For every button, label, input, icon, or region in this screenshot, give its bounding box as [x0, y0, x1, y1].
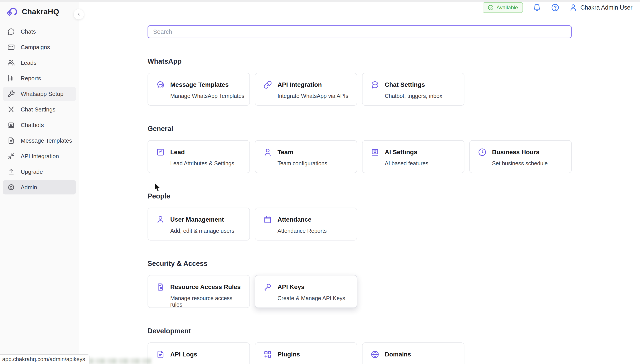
- card-api-keys[interactable]: API Keys Create & Manage API Keys: [255, 275, 357, 308]
- section-title: People: [148, 192, 572, 200]
- sidebar-item-leads[interactable]: Leads: [3, 56, 76, 70]
- sidebar-item-reports[interactable]: Reports: [3, 71, 76, 86]
- sidebar-item-chats[interactable]: Chats: [3, 24, 76, 39]
- section-title: Development: [148, 327, 572, 335]
- bell-icon: [533, 3, 541, 12]
- file-user-icon: [156, 282, 165, 292]
- card-title: API Keys: [278, 282, 345, 292]
- check-circle-icon: [488, 4, 494, 11]
- envelope-icon: [7, 44, 15, 51]
- browser-top-edge: [0, 0, 640, 2]
- card-subtitle: Set business schedule: [492, 160, 548, 167]
- card-plugins[interactable]: Plugins: [255, 342, 357, 364]
- wrench-icon: [7, 90, 15, 98]
- arrows-inward-icon: [7, 152, 15, 160]
- sidebar-item-api-integration[interactable]: API Integration: [3, 149, 76, 163]
- robot-face-icon: [370, 148, 380, 157]
- mouse-cursor: [154, 182, 164, 194]
- app-title: ChakraHQ: [22, 7, 59, 16]
- card-title: Plugins: [278, 350, 300, 359]
- section-whatsapp: WhatsApp Message Templates Manage WhatsA…: [148, 58, 572, 106]
- sidebar-item-upgrade[interactable]: Upgrade: [3, 165, 76, 179]
- section-title: General: [148, 125, 572, 133]
- card-subtitle: Chatbot, triggers, inbox: [385, 93, 442, 99]
- card-team[interactable]: Team Team configurations: [255, 140, 357, 173]
- card-user-management[interactable]: User Management Add, edit & manage users: [148, 208, 250, 240]
- card-subtitle: Manage WhatsApp Templates: [170, 93, 244, 99]
- sidebar-item-chat-settings[interactable]: Chat Settings: [3, 102, 76, 116]
- bot-icon: [7, 121, 15, 129]
- card-grid: User Management Add, edit & manage users…: [148, 208, 572, 240]
- card-title: Chat Settings: [385, 80, 442, 89]
- card-title: Resource Access Rules: [170, 282, 245, 292]
- help-circle-icon: [551, 3, 560, 12]
- sidebar: ChakraHQ Chats Campaigns Leads Reports W…: [0, 2, 79, 364]
- blurred-overlay: [89, 358, 152, 364]
- users-icon: [7, 59, 15, 66]
- top-bar: Available Chakra Admin User: [79, 2, 640, 13]
- chakrahq-logo-icon: [6, 5, 19, 18]
- sidebar-collapse-button[interactable]: [74, 9, 84, 20]
- globe-icon: [370, 350, 380, 359]
- section-security-access: Security & Access Resource Access Rules …: [148, 260, 572, 308]
- card-title: Attendance: [278, 215, 327, 224]
- card-title: API Logs: [170, 350, 197, 359]
- card-lead[interactable]: Lead Lead Attributes & Settings: [148, 140, 250, 173]
- sidebar-item-label: Chats: [21, 28, 36, 35]
- section-development: Development API Logs: [148, 327, 572, 364]
- upload-icon: [7, 168, 15, 176]
- card-subtitle: Integrate WhatsApp via APIs: [278, 93, 348, 99]
- sidebar-item-label: Leads: [21, 60, 36, 66]
- clock-icon: [478, 148, 487, 157]
- file-icon: [7, 137, 15, 144]
- section-title: Security & Access: [148, 260, 572, 268]
- card-domains[interactable]: Domains: [362, 342, 464, 364]
- card-ai-settings[interactable]: AI Settings AI based features: [362, 140, 464, 173]
- help-button[interactable]: [551, 3, 560, 12]
- user-name: Chakra Admin User: [580, 4, 632, 11]
- card-grid: Resource Access Rules Manage resource ac…: [148, 275, 572, 308]
- section-title: WhatsApp: [148, 58, 572, 66]
- card-subtitle: AI based features: [385, 160, 428, 167]
- card-subtitle: Team configurations: [278, 160, 327, 167]
- lead-card-icon: [156, 148, 165, 157]
- user-icon: [569, 4, 577, 12]
- card-title: Team: [278, 148, 327, 157]
- card-subtitle: Create & Manage API Keys: [278, 295, 345, 302]
- link-icon: [263, 80, 272, 89]
- admin-dashboard: WhatsApp Message Templates Manage WhatsA…: [148, 13, 572, 364]
- card-subtitle: Add, edit & manage users: [170, 228, 234, 234]
- person-icon: [156, 215, 165, 224]
- availability-label: Available: [496, 4, 518, 11]
- sidebar-item-whatsapp-setup[interactable]: Whatsapp Setup: [3, 87, 76, 101]
- card-resource-access-rules[interactable]: Resource Access Rules Manage resource ac…: [148, 275, 250, 308]
- sidebar-item-label: Admin: [21, 184, 37, 191]
- chat-dots-icon: [370, 80, 380, 89]
- search-input[interactable]: [148, 25, 572, 38]
- card-title: User Management: [170, 215, 234, 224]
- sidebar-item-label: API Integration: [21, 153, 59, 160]
- sidebar-item-message-templates[interactable]: Message Templates: [3, 134, 76, 148]
- card-attendance[interactable]: Attendance Attendance Reports: [255, 208, 357, 240]
- card-business-hours[interactable]: Business Hours Set business schedule: [469, 140, 572, 173]
- card-title: Lead: [170, 148, 234, 157]
- card-message-templates[interactable]: Message Templates Manage WhatsApp Templa…: [148, 73, 250, 106]
- card-api-integration[interactable]: API Integration Integrate WhatsApp via A…: [255, 73, 357, 106]
- grid-plus-icon: [263, 350, 272, 359]
- gear-icon: [7, 184, 15, 191]
- card-grid: Lead Lead Attributes & Settings Team Tea…: [148, 140, 572, 173]
- availability-badge[interactable]: Available: [483, 2, 523, 13]
- card-chat-settings[interactable]: Chat Settings Chatbot, triggers, inbox: [362, 73, 464, 106]
- card-api-logs[interactable]: API Logs: [148, 342, 250, 364]
- card-grid: API Logs Plugins: [148, 342, 572, 364]
- sidebar-item-label: Whatsapp Setup: [21, 90, 64, 98]
- user-menu[interactable]: Chakra Admin User: [569, 4, 632, 12]
- sidebar-item-admin[interactable]: Admin: [3, 180, 76, 194]
- calendar-icon: [263, 215, 272, 224]
- card-title: API Integration: [278, 80, 348, 89]
- notifications-button[interactable]: [533, 3, 541, 12]
- sidebar-item-campaigns[interactable]: Campaigns: [3, 40, 76, 54]
- sidebar-item-label: Upgrade: [21, 168, 43, 175]
- chat-bubble-icon: [7, 28, 15, 36]
- sidebar-item-chatbots[interactable]: Chatbots: [3, 118, 76, 132]
